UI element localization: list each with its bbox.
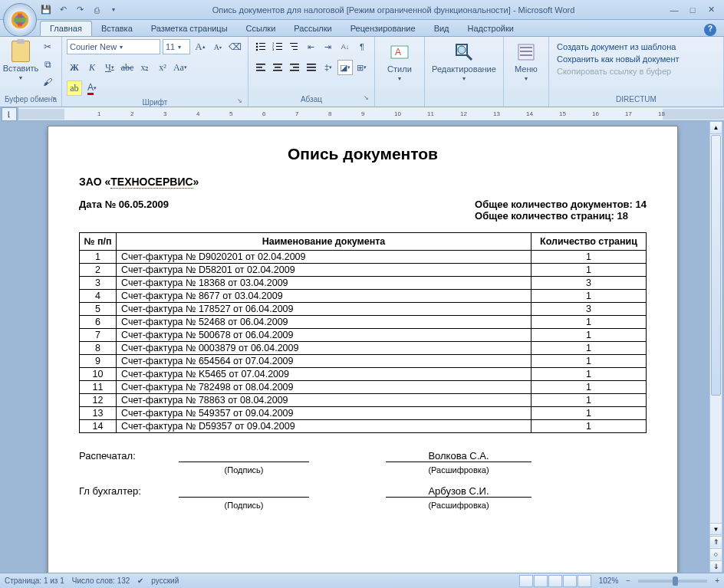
highlight-button[interactable]: ab: [67, 80, 82, 96]
zoom-out-icon[interactable]: −: [626, 577, 630, 585]
paste-button[interactable]: Вставить ▾: [5, 39, 37, 95]
doc-meta: Дата № 06.05.2009 Общее количество докум…: [79, 199, 647, 222]
editing-button[interactable]: Редактирование ▾: [429, 39, 499, 82]
tab-review[interactable]: Рецензирование: [341, 21, 425, 36]
tab-insert[interactable]: Вставка: [92, 21, 142, 36]
tab-view[interactable]: Вид: [425, 21, 459, 36]
grow-font-icon[interactable]: A▴: [193, 39, 208, 54]
align-left-button[interactable]: [253, 60, 268, 75]
document-page[interactable]: Опись документов ЗАО «ТЕХНОСЕРВИС» Дата …: [48, 126, 678, 573]
indent-decrease-button[interactable]: ⇤: [304, 39, 319, 54]
view-draft[interactable]: [578, 575, 591, 587]
group-label-paragraph: Абзац↘: [253, 95, 370, 105]
superscript-button[interactable]: x²: [155, 60, 170, 75]
sig-printed-label: Распечатал:: [79, 450, 179, 462]
view-print-layout[interactable]: [519, 575, 533, 587]
save-icon[interactable]: 💾: [40, 4, 52, 16]
maximize-button[interactable]: □: [686, 5, 699, 15]
svg-text:3: 3: [272, 48, 275, 51]
line-spacing-button[interactable]: ‡▾: [321, 60, 336, 75]
select-browse-icon[interactable]: ○: [710, 548, 722, 560]
qat-more-icon[interactable]: ▾: [107, 4, 120, 16]
view-full-screen[interactable]: [534, 575, 548, 587]
scroll-thumb[interactable]: [711, 135, 721, 396]
redo-icon[interactable]: ↷: [74, 4, 86, 16]
svg-line-34: [467, 55, 472, 60]
font-launcher-icon[interactable]: ↘: [235, 97, 245, 107]
sig-line-2: [179, 485, 309, 498]
cut-icon[interactable]: ✂: [40, 39, 55, 54]
change-case-button[interactable]: Aa▾: [173, 60, 188, 75]
undo-icon[interactable]: ↶: [57, 4, 69, 16]
menu-button[interactable]: Меню ▾: [508, 39, 544, 82]
clipboard-launcher-icon[interactable]: ↘: [49, 94, 58, 103]
directum-create-link[interactable]: Создать документ из шаблона: [557, 42, 716, 51]
proofing-icon[interactable]: ✔: [137, 577, 143, 585]
ruler-corner[interactable]: ⌊: [2, 107, 17, 121]
vertical-scrollbar[interactable]: ▲ ▼ ⇑ ○ ⇓: [709, 121, 722, 573]
svg-point-4: [256, 43, 258, 44]
sort-button[interactable]: A↓: [337, 39, 353, 54]
doc-date: Дата № 06.05.2009: [79, 199, 475, 222]
tab-home[interactable]: Главная: [40, 21, 92, 36]
minimize-button[interactable]: —: [667, 5, 681, 15]
directum-copy-link[interactable]: Скопировать ссылку в буфер: [557, 67, 716, 76]
bullets-button[interactable]: [253, 39, 268, 54]
sig-chief-label: Гл бухгалтер:: [79, 485, 179, 498]
horizontal-ruler[interactable]: 123456789101112131415161718: [18, 107, 724, 121]
tab-addins[interactable]: Надстройки: [459, 21, 523, 36]
copy-icon[interactable]: ⧉: [40, 57, 55, 72]
svg-rect-7: [259, 46, 265, 47]
font-size-combo[interactable]: 11▾: [163, 39, 190, 54]
scroll-up-icon[interactable]: ▲: [710, 122, 722, 134]
status-page[interactable]: Страница: 1 из 1: [5, 577, 64, 585]
tab-references[interactable]: Ссылки: [237, 21, 285, 36]
next-page-icon[interactable]: ⇓: [710, 560, 722, 572]
format-painter-icon[interactable]: 🖌: [40, 74, 55, 90]
view-web-layout[interactable]: [548, 575, 562, 587]
numbering-button[interactable]: 123: [270, 39, 285, 54]
help-icon[interactable]: ?: [704, 24, 716, 36]
borders-button[interactable]: ⊞▾: [354, 60, 370, 75]
align-center-button[interactable]: [270, 60, 285, 75]
tab-mailings[interactable]: Рассылки: [285, 21, 341, 36]
multilevel-button[interactable]: [287, 39, 302, 54]
paragraph-launcher-icon[interactable]: ↘: [362, 94, 371, 103]
svg-rect-13: [276, 46, 282, 47]
print-icon[interactable]: ⎙: [90, 4, 103, 16]
zoom-in-icon[interactable]: +: [715, 577, 719, 585]
zoom-slider[interactable]: [638, 580, 707, 583]
shading-button[interactable]: ◪▾: [337, 60, 353, 75]
styles-button[interactable]: A Стили ▾: [380, 39, 420, 82]
align-right-button[interactable]: [287, 60, 302, 75]
table-row: 10Счет-фактура № K5465 от 07.04.20091: [80, 368, 647, 381]
status-words[interactable]: Число слов: 132: [72, 577, 130, 585]
close-button[interactable]: ✕: [704, 5, 718, 15]
indent-increase-button[interactable]: ⇥: [321, 39, 336, 54]
office-button[interactable]: [3, 3, 37, 37]
font-name-combo[interactable]: Courier New▾: [67, 39, 160, 54]
italic-button[interactable]: К: [84, 60, 100, 75]
svg-rect-37: [520, 47, 532, 48]
directum-save-link[interactable]: Сохранить как новый документ: [557, 54, 716, 64]
tab-layout[interactable]: Разметка страницы: [142, 21, 237, 36]
table-row: 2Счет-фактура № D58201 от 02.04.20091: [80, 264, 647, 277]
doc-title: Опись документов: [79, 145, 647, 163]
underline-button[interactable]: Ч▾: [102, 60, 117, 75]
bold-button[interactable]: Ж: [67, 60, 82, 75]
clear-format-icon[interactable]: ⌫: [228, 39, 243, 54]
scroll-down-icon[interactable]: ▼: [710, 523, 722, 535]
shrink-font-icon[interactable]: A▾: [210, 39, 225, 54]
show-marks-button[interactable]: ¶: [354, 39, 370, 54]
strike-button[interactable]: abc: [120, 60, 135, 75]
font-color-button[interactable]: A▾: [84, 80, 100, 96]
view-outline[interactable]: [563, 575, 577, 587]
svg-text:A: A: [395, 47, 401, 57]
status-zoom[interactable]: 102%: [599, 577, 619, 585]
th-name: Наименование документа: [117, 233, 531, 251]
prev-page-icon[interactable]: ⇑: [710, 536, 722, 547]
subscript-button[interactable]: x₂: [137, 60, 153, 75]
svg-rect-23: [275, 67, 281, 68]
justify-button[interactable]: [304, 60, 319, 75]
status-lang[interactable]: русский: [151, 577, 179, 585]
